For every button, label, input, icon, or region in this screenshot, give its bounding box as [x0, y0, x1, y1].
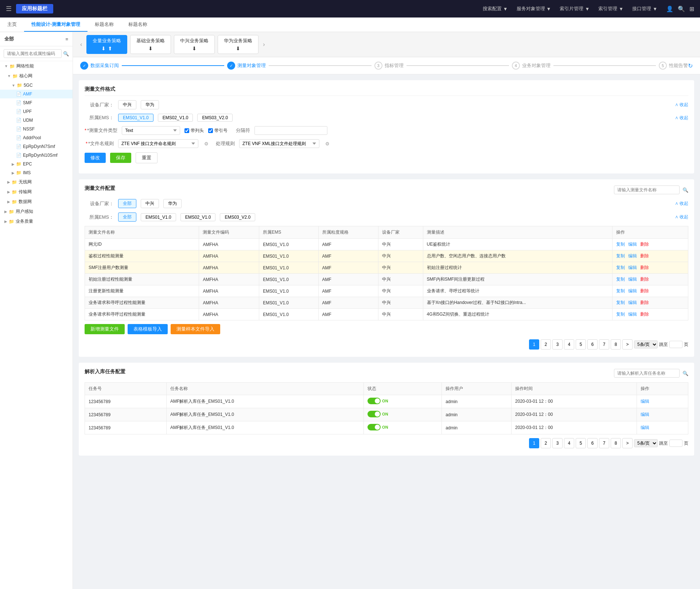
edit-btn[interactable]: 修改	[85, 153, 106, 163]
config-ems-2[interactable]: EMS03_V2.0	[220, 213, 255, 221]
search-icon[interactable]: 🔍	[678, 5, 685, 12]
measure-page-1[interactable]: 1	[529, 339, 539, 350]
tree-item-upf[interactable]: 📄 UPF	[0, 107, 73, 116]
action-delete-2[interactable]: 删除	[640, 265, 649, 270]
ems-collapse-btn[interactable]: ∧ 收起	[675, 115, 688, 121]
measure-page-next[interactable]: >	[622, 339, 633, 350]
user-icon[interactable]: 👤	[666, 5, 673, 12]
download-icon-2[interactable]: ⬇	[192, 46, 197, 51]
with-header-checkbox[interactable]: 带列头	[184, 128, 204, 134]
tree-item-5gc[interactable]: ▼ 📁 5GC	[0, 81, 73, 90]
upload-icon-0[interactable]: ⬆	[108, 46, 112, 51]
action-edit-5[interactable]: 编辑	[628, 300, 637, 305]
pt-action-edit-1[interactable]: 编辑	[641, 412, 649, 417]
action-copy-6[interactable]: 复制	[616, 312, 625, 317]
tree-item-addrpool[interactable]: 📄 AddrPool	[0, 133, 73, 142]
strategy-left-arrow[interactable]: ‹	[79, 41, 83, 48]
strategy-right-arrow[interactable]: ›	[261, 41, 266, 48]
nav-menu-search-config[interactable]: 搜索配置 ▼	[483, 5, 508, 12]
separator-input[interactable]	[254, 126, 327, 135]
measure-config-search-input[interactable]	[614, 186, 680, 194]
action-edit-1[interactable]: 编辑	[628, 253, 637, 258]
parse-page-7[interactable]: 7	[599, 438, 609, 448]
tree-item-core-net[interactable]: ▼ 📁 核心网	[0, 71, 73, 81]
parse-page-6[interactable]: 6	[587, 438, 598, 448]
parse-page-3[interactable]: 3	[552, 438, 563, 448]
tab-4[interactable]: 标题名称	[121, 17, 155, 32]
grid-icon[interactable]: ⊞	[689, 5, 694, 12]
parse-page-next[interactable]: >	[622, 438, 633, 448]
config-ems-1[interactable]: EMS02_V1.0	[180, 213, 216, 221]
strategy-tab-zte[interactable]: 中兴业务策略 ⬇	[174, 35, 215, 54]
tab-3[interactable]: 标题名称	[88, 17, 121, 32]
tree-item-nssf[interactable]: 📄 NSSF	[0, 125, 73, 133]
measure-page-6[interactable]: 6	[587, 339, 598, 350]
file-name-rule-select[interactable]: ZTE VNF 接口文件命名规则	[118, 139, 198, 148]
config-vendor-zte[interactable]: 中兴	[141, 199, 159, 208]
reset-btn[interactable]: 重置	[136, 152, 158, 163]
pt-action-edit-2[interactable]: 编辑	[641, 425, 649, 430]
measure-page-size-select[interactable]: 5条/页	[634, 340, 658, 348]
measure-page-goto-input[interactable]	[669, 341, 682, 348]
sidebar-search-input[interactable]	[4, 49, 62, 58]
tree-item-epc[interactable]: ▶ 📁 EPC	[0, 160, 73, 168]
sample-import-btn[interactable]: 测量样本文件导入	[171, 324, 220, 334]
vendor-huawei-btn[interactable]: 华为	[141, 100, 159, 109]
download-icon-0[interactable]: ⬇	[101, 46, 106, 51]
action-copy-5[interactable]: 复制	[616, 300, 625, 305]
tree-item-eprpdynn7smf[interactable]: 📄 EpRpDynN7Smf	[0, 142, 73, 151]
measure-page-7[interactable]: 7	[599, 339, 609, 350]
tree-item-eprpdynn10smf[interactable]: 📄 EpRpDynN10Smf	[0, 151, 73, 160]
tree-item-ims[interactable]: ▶ 📁 IMS	[0, 168, 73, 177]
parse-page-8[interactable]: 8	[611, 438, 621, 448]
action-edit-3[interactable]: 编辑	[628, 277, 637, 282]
action-delete-1[interactable]: 删除	[640, 253, 649, 258]
file-type-select[interactable]: Text	[122, 126, 180, 135]
action-delete-0[interactable]: 删除	[640, 242, 649, 247]
measure-config-search-icon[interactable]: 🔍	[682, 187, 688, 193]
sidebar-settings-icon[interactable]: ≡	[65, 36, 68, 42]
parse-page-1[interactable]: 1	[529, 438, 539, 448]
nav-menu-index-shard[interactable]: 索引片管理 ▼	[560, 5, 590, 12]
config-vendor-huawei[interactable]: 华为	[163, 199, 182, 208]
measure-page-3[interactable]: 3	[552, 339, 563, 350]
action-copy-2[interactable]: 复制	[616, 265, 625, 270]
config-ems-collapse[interactable]: ∧ 收起	[675, 214, 688, 220]
tree-item-biz-qual[interactable]: ▶ 📁 业务质量	[0, 217, 73, 226]
config-ems-all[interactable]: 全部	[118, 212, 136, 222]
file-name-gear-icon[interactable]: ⚙	[204, 141, 209, 147]
status-toggle-1[interactable]: ON	[368, 411, 388, 417]
tree-item-transport[interactable]: ▶ 📁 传输网	[0, 187, 73, 197]
vendor-collapse-btn[interactable]: ∧ 收起	[675, 102, 688, 108]
tab-perf-design[interactable]: 性能设计-测量对象管理	[24, 17, 88, 32]
download-icon-3[interactable]: ⬇	[236, 46, 240, 51]
measure-page-8[interactable]: 8	[611, 339, 621, 350]
action-copy-4[interactable]: 复制	[616, 288, 625, 293]
ems-btn-0[interactable]: EMS01_V1.0	[118, 114, 153, 122]
action-delete-6[interactable]: 删除	[640, 312, 649, 317]
vendor-zte-btn[interactable]: 中兴	[118, 100, 136, 109]
strategy-tab-huawei[interactable]: 华为业务策略 ⬇	[218, 35, 258, 54]
action-delete-5[interactable]: 删除	[640, 300, 649, 305]
parse-task-search-icon[interactable]: 🔍	[682, 371, 688, 376]
process-rule-gear-icon[interactable]: ⚙	[325, 141, 330, 147]
tree-item-udm[interactable]: 📄 UDM	[0, 116, 73, 125]
parse-page-size-select[interactable]: 5条/页	[634, 439, 658, 447]
status-toggle-0[interactable]: ON	[368, 398, 388, 404]
action-edit-6[interactable]: 编辑	[628, 312, 637, 317]
measure-page-5[interactable]: 5	[576, 339, 586, 350]
action-delete-4[interactable]: 删除	[640, 288, 649, 293]
tree-item-amf[interactable]: 📄 AMF	[0, 90, 73, 98]
ems-btn-1[interactable]: EMS02_V1.0	[158, 114, 193, 122]
tree-item-net-perf[interactable]: ▼ 📁 网络性能	[0, 61, 73, 71]
tree-item-data-net[interactable]: ▶ 📁 数据网	[0, 197, 73, 207]
config-ems-0[interactable]: EMS01_V1.0	[141, 213, 176, 221]
nav-menu-api-mgmt[interactable]: 接口管理 ▼	[632, 5, 657, 12]
action-edit-2[interactable]: 编辑	[628, 265, 637, 270]
with-quote-checkbox[interactable]: 带引号	[208, 128, 228, 134]
tree-item-wireless[interactable]: ▶ 📁 无线网	[0, 177, 73, 187]
refresh-icon[interactable]: ↻	[688, 62, 693, 69]
action-copy-0[interactable]: 复制	[616, 242, 625, 247]
measure-page-4[interactable]: 4	[564, 339, 574, 350]
add-measure-file-btn[interactable]: 新增测量文件	[85, 324, 125, 334]
